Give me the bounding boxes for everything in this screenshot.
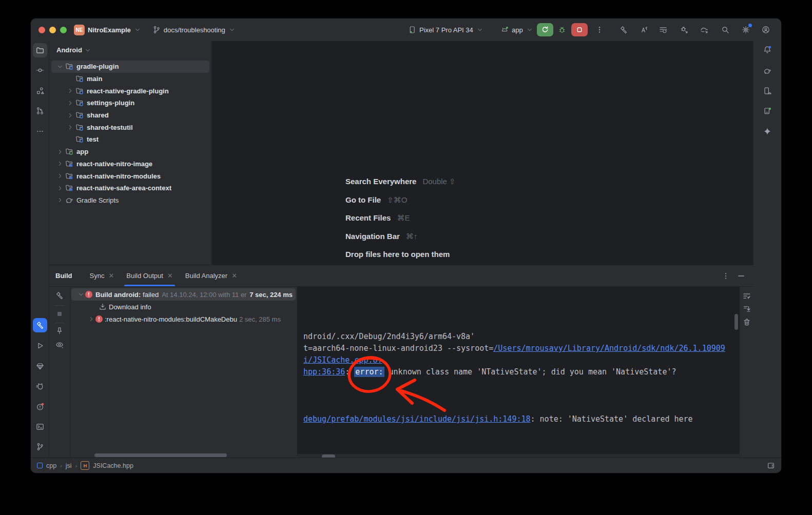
file-link[interactable]: hpp:36:36 bbox=[303, 367, 345, 377]
tool-structure-button[interactable] bbox=[33, 84, 47, 98]
tool-problems-button[interactable] bbox=[33, 400, 47, 414]
eye-icon bbox=[55, 341, 64, 349]
tool-app-quality-insights-button[interactable] bbox=[33, 359, 47, 373]
profiler-icon bbox=[700, 26, 708, 34]
console-vertical-scrollbar[interactable] bbox=[734, 314, 738, 330]
sync-project-button[interactable] bbox=[656, 23, 670, 37]
pin-tab-button[interactable] bbox=[53, 324, 66, 338]
tool-commit-button[interactable] bbox=[33, 63, 47, 77]
logcat-cat-icon bbox=[36, 382, 44, 390]
hammer-icon bbox=[55, 291, 64, 300]
view-options-button[interactable] bbox=[53, 338, 66, 351]
screenshot-stage: NE NitroExample docs/troubleshooting Pix… bbox=[0, 0, 812, 515]
soft-wrap-button[interactable] bbox=[742, 291, 752, 301]
hammer-icon bbox=[620, 26, 628, 34]
tool-terminal-button[interactable] bbox=[33, 420, 47, 434]
console-line: t=aarch64-none-linux-android23 --sysroot… bbox=[303, 343, 725, 354]
git-branch-icon bbox=[152, 26, 161, 34]
rerun-button[interactable] bbox=[537, 23, 553, 36]
breadcrumb-file[interactable]: JSICache.hpp bbox=[93, 462, 133, 469]
android-head-icon bbox=[500, 26, 509, 34]
right-tool-strip bbox=[753, 41, 781, 458]
gradle-panel-button[interactable] bbox=[760, 64, 775, 78]
device-selector[interactable]: Pixel 7 Pro API 34 bbox=[408, 26, 484, 34]
tree-item-app[interactable]: app bbox=[51, 146, 209, 158]
minimize-window-button[interactable] bbox=[49, 27, 56, 33]
tab-sync[interactable]: Sync ✕ bbox=[84, 265, 121, 286]
tool-logcat-button[interactable] bbox=[33, 379, 47, 393]
tree-item-test[interactable]: test bbox=[51, 133, 209, 146]
debug-button[interactable] bbox=[555, 23, 569, 37]
tool-project-button[interactable] bbox=[33, 43, 47, 57]
chevron-down-icon bbox=[526, 26, 533, 33]
running-devices-button[interactable] bbox=[760, 104, 775, 118]
tree-item-react-native-nitro-modules[interactable]: react-native-nitro-modules bbox=[51, 170, 209, 182]
run-configuration-selector[interactable]: app bbox=[500, 26, 533, 34]
tree-item-gradle-plugin[interactable]: gradle-plugin bbox=[51, 61, 209, 73]
account-button[interactable] bbox=[759, 23, 773, 37]
more-actions-button[interactable] bbox=[592, 23, 607, 37]
module-folder-icon bbox=[75, 123, 84, 131]
console-line: debug/prefab/modules/jsi/include/jsi/jsi… bbox=[303, 413, 725, 425]
attach-debugger-button[interactable] bbox=[677, 23, 691, 37]
tool-build-button[interactable] bbox=[33, 318, 47, 332]
kebab-menu-icon[interactable] bbox=[722, 272, 730, 280]
file-link[interactable]: /Users/mrousavy/Library/Android/sdk/ndk/… bbox=[493, 344, 725, 353]
search-everywhere-button[interactable] bbox=[718, 23, 732, 37]
user-avatar-icon bbox=[762, 26, 770, 34]
close-tab-icon[interactable]: ✕ bbox=[167, 272, 173, 280]
tree-item-shared-testutil[interactable]: shared-testutil bbox=[51, 121, 209, 133]
profiler-button[interactable] bbox=[697, 23, 711, 37]
module-folder-icon bbox=[75, 74, 84, 83]
stop-build-button[interactable] bbox=[53, 307, 66, 321]
file-link[interactable]: i/JSICache.cpp:8: bbox=[303, 355, 382, 365]
notifications-button[interactable] bbox=[760, 43, 775, 57]
tree-item-gradle-scripts[interactable]: Gradle Scripts bbox=[51, 194, 209, 207]
tool-run-button[interactable] bbox=[33, 339, 47, 353]
project-view-label: Android bbox=[56, 46, 82, 54]
tree-item-react-native-safe-area-context[interactable]: react-native-safe-area-context bbox=[51, 182, 209, 194]
library-folder-icon bbox=[65, 184, 73, 192]
rerun-build-button[interactable] bbox=[53, 289, 66, 302]
tree-item-settings-plugin[interactable]: settings-plugin bbox=[51, 97, 209, 109]
close-tab-icon[interactable]: ✕ bbox=[231, 272, 237, 280]
breadcrumb-cpp[interactable]: cpp bbox=[46, 462, 56, 469]
scroll-to-end-button[interactable] bbox=[742, 304, 752, 314]
chevron-right-icon bbox=[56, 172, 64, 180]
tree-item-react-native-gradle-plugin[interactable]: react-native-gradle-plugin bbox=[51, 85, 209, 97]
run-config-name: app bbox=[512, 26, 523, 34]
module-folder-icon bbox=[75, 135, 84, 143]
clear-console-button[interactable] bbox=[742, 317, 752, 327]
device-manager-button[interactable] bbox=[760, 84, 775, 98]
apply-changes-button[interactable] bbox=[636, 23, 651, 37]
tree-item-main[interactable]: main bbox=[51, 73, 209, 85]
breadcrumb-jsi[interactable]: jsi bbox=[66, 462, 72, 469]
hide-panel-icon[interactable] bbox=[737, 272, 745, 280]
tab-build-output[interactable]: Build Output ✕ bbox=[120, 265, 179, 286]
tool-pull-requests-button[interactable] bbox=[33, 104, 47, 118]
gemini-assistant-button[interactable] bbox=[760, 124, 775, 138]
build-result-row[interactable]: ! Build android: failed At 14.10.24, 12:… bbox=[71, 288, 296, 301]
project-widget[interactable]: NE NitroExample bbox=[74, 25, 141, 35]
maximize-window-button[interactable] bbox=[60, 27, 67, 33]
stop-button[interactable] bbox=[571, 23, 588, 36]
app-module-folder-icon bbox=[65, 147, 73, 155]
close-window-button[interactable] bbox=[38, 27, 45, 33]
tree-item-react-native-nitro-image[interactable]: react-native-nitro-image bbox=[51, 158, 209, 170]
event-log-button[interactable] bbox=[767, 462, 775, 470]
tool-version-control-button[interactable] bbox=[33, 440, 47, 454]
tab-build-analyzer[interactable]: Build Analyzer ✕ bbox=[179, 265, 243, 286]
settings-button[interactable] bbox=[739, 23, 753, 37]
vcs-branch-widget[interactable]: docs/troubleshooting bbox=[152, 26, 236, 34]
tree-horizontal-scrollbar[interactable] bbox=[94, 453, 227, 457]
failed-task-row[interactable]: ! :react-native-nitro-modules:buildCMake… bbox=[71, 313, 296, 325]
build-console[interactable]: ndroid/.cxx/Debug/2nd4i3y6/arm64-v8a't=a… bbox=[297, 287, 740, 459]
chevron-down-icon bbox=[78, 291, 85, 298]
close-tab-icon[interactable]: ✕ bbox=[108, 272, 114, 280]
tool-more-button[interactable] bbox=[33, 124, 47, 138]
tree-item-shared[interactable]: shared bbox=[51, 109, 209, 122]
file-link[interactable]: debug/prefab/modules/jsi/include/jsi/jsi… bbox=[303, 414, 531, 424]
build-project-button[interactable] bbox=[616, 23, 631, 37]
project-view-selector[interactable]: Android bbox=[49, 41, 211, 57]
download-info-row[interactable]: Download info bbox=[71, 301, 296, 313]
